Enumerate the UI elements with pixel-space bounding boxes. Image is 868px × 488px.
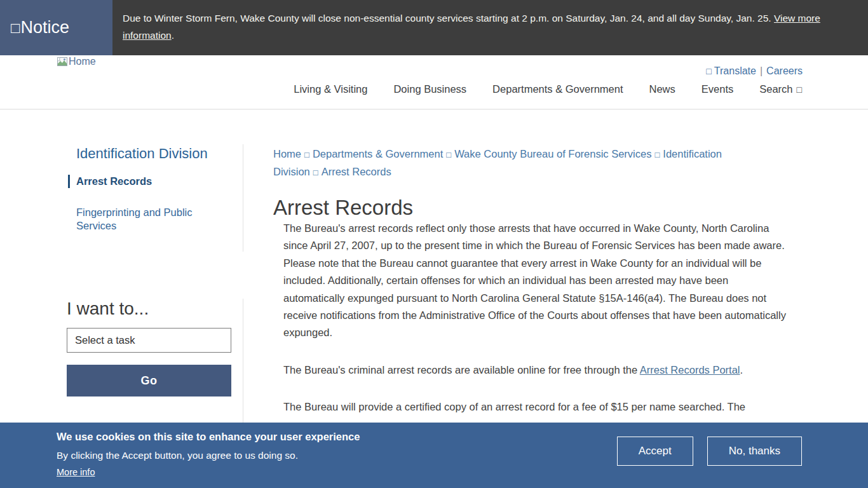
translate-label: Translate — [714, 65, 756, 76]
sidebar-item-arrest-records[interactable]: Arrest Records — [68, 175, 230, 188]
nav-search[interactable]: Search□ — [759, 83, 802, 95]
nav-news[interactable]: News — [649, 83, 675, 95]
notice-label-text: Notice — [21, 18, 70, 37]
careers-label: Careers — [766, 65, 803, 76]
task-select-value: Select a task — [75, 334, 135, 346]
breadcrumb-separator-icon: □ — [301, 150, 313, 159]
sidebar-item-fingerprinting[interactable]: Fingerprinting and Public Services — [76, 206, 230, 233]
paragraph-2: The Bureau's criminal arrest records are… — [283, 362, 787, 379]
paragraph-2-period: . — [740, 364, 743, 376]
breadcrumb-forensic-services[interactable]: Wake County Bureau of Forensic Services — [454, 148, 651, 159]
logo-alt-text: Home — [69, 56, 96, 67]
arrest-records-portal-link[interactable]: Arrest Records Portal — [640, 364, 740, 376]
home-logo-link[interactable]: Home — [57, 56, 96, 67]
page-body: Identification Division Arrest Records F… — [0, 110, 868, 426]
breadcrumb-separator-icon: □ — [443, 150, 454, 159]
main-content: Home□Departments & Government□Wake Count… — [273, 110, 789, 416]
utility-nav: □Translate|Careers — [706, 65, 803, 77]
breadcrumb-separator-icon: □ — [651, 150, 663, 159]
site-header: Home □Translate|Careers Living & Visitin… — [0, 55, 868, 110]
notice-message-text: Due to Winter Storm Fern, Wake County wi… — [123, 13, 774, 24]
search-icon: □ — [797, 85, 802, 95]
article-body: The Bureau's arrest records reflect only… — [273, 220, 789, 416]
sidebar-section-title: Identification Division — [76, 146, 230, 162]
nav-living-visiting[interactable]: Living & Visiting — [294, 83, 367, 95]
cookie-buttons: Accept No, thanks — [617, 437, 802, 466]
page-title: Arrest Records — [273, 196, 789, 220]
breadcrumb: Home□Departments & Government□Wake Count… — [273, 146, 731, 181]
cookie-title: We use cookies on this site to enhance y… — [57, 431, 360, 443]
notice-banner: □Notice Due to Winter Storm Fern, Wake C… — [0, 0, 868, 55]
more-info-link[interactable]: More info — [57, 467, 95, 477]
i-want-to-title: I want to... — [67, 299, 231, 319]
breadcrumb-departments[interactable]: Departments & Government — [313, 148, 443, 159]
broken-image-icon — [57, 57, 68, 67]
sidebar: Identification Division Arrest Records F… — [67, 110, 243, 426]
cookie-consent-banner: We use cookies on this site to enhance y… — [0, 423, 868, 488]
nav-departments-government[interactable]: Departments & Government — [492, 83, 623, 95]
breadcrumb-home[interactable]: Home — [273, 148, 301, 159]
notice-label: □Notice — [0, 0, 112, 55]
paragraph-1: The Bureau's arrest records reflect only… — [283, 220, 787, 342]
breadcrumb-arrest-records[interactable]: Arrest Records — [322, 166, 391, 177]
notice-message-period: . — [172, 30, 174, 41]
globe-icon: □ — [706, 66, 711, 76]
cookie-text-block: We use cookies on this site to enhance y… — [57, 431, 360, 478]
breadcrumb-separator-icon: □ — [310, 168, 322, 177]
utility-separator: | — [756, 65, 766, 76]
accept-button[interactable]: Accept — [617, 437, 693, 466]
nav-events[interactable]: Events — [702, 83, 733, 95]
main-nav: Living & Visiting Doing Business Departm… — [294, 83, 802, 95]
careers-link[interactable]: Careers — [766, 65, 803, 76]
notice-message: Due to Winter Storm Fern, Wake County wi… — [112, 0, 868, 55]
task-select[interactable]: Select a task — [67, 328, 231, 353]
sidebar-section-nav: Identification Division Arrest Records F… — [67, 144, 243, 252]
paragraph-3: The Bureau will provide a certified copy… — [283, 398, 787, 416]
alert-icon: □ — [11, 19, 20, 37]
nav-doing-business[interactable]: Doing Business — [393, 83, 466, 95]
no-thanks-button[interactable]: No, thanks — [707, 437, 802, 466]
i-want-to-widget: I want to... Select a task Go — [67, 299, 243, 426]
cookie-body: By clicking the Accept button, you agree… — [57, 450, 360, 461]
paragraph-2-text: The Bureau's criminal arrest records are… — [283, 364, 640, 376]
go-button[interactable]: Go — [67, 365, 231, 396]
translate-link[interactable]: □Translate — [706, 65, 756, 76]
search-label: Search — [759, 83, 792, 95]
